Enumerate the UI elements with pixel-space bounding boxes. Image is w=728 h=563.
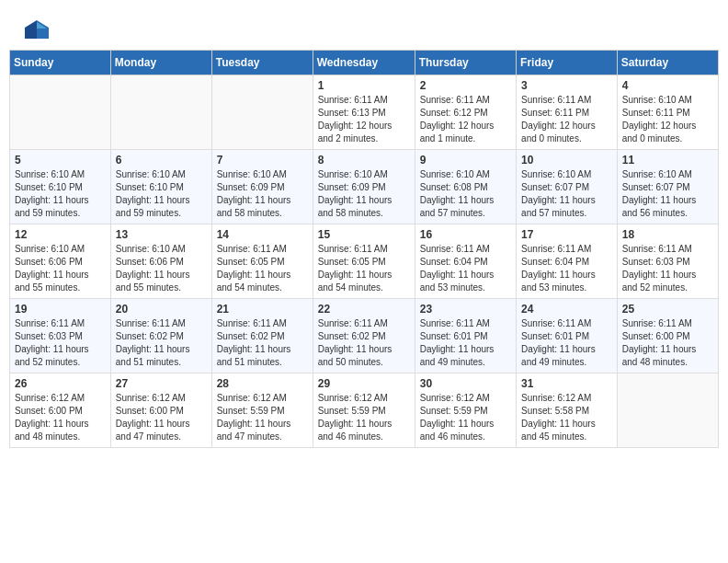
- weekday-friday: Friday: [517, 51, 618, 75]
- logo: [23, 18, 52, 40]
- calendar-cell: 28Sunrise: 6:12 AMSunset: 5:59 PMDayligh…: [211, 373, 313, 448]
- day-number: 3: [521, 79, 612, 92]
- calendar-cell: 15Sunrise: 6:11 AMSunset: 6:05 PMDayligh…: [313, 224, 415, 299]
- day-number: 21: [217, 303, 308, 316]
- calendar-cell: 27Sunrise: 6:12 AMSunset: 6:00 PMDayligh…: [110, 373, 211, 448]
- day-info: Sunrise: 6:12 AMSunset: 5:59 PMDaylight:…: [318, 392, 410, 443]
- calendar-table: SundayMondayTuesdayWednesdayThursdayFrid…: [9, 50, 719, 448]
- day-number: 23: [420, 303, 511, 316]
- weekday-monday: Monday: [110, 51, 211, 75]
- calendar-cell: 25Sunrise: 6:11 AMSunset: 6:00 PMDayligh…: [617, 299, 718, 373]
- day-info: Sunrise: 6:11 AMSunset: 6:03 PMDaylight:…: [15, 317, 106, 369]
- calendar-cell: 20Sunrise: 6:11 AMSunset: 6:02 PMDayligh…: [110, 299, 211, 373]
- day-number: 1: [318, 79, 410, 92]
- day-info: Sunrise: 6:10 AMSunset: 6:09 PMDaylight:…: [217, 168, 308, 220]
- day-info: Sunrise: 6:12 AMSunset: 5:58 PMDaylight:…: [521, 392, 612, 443]
- calendar-week-4: 26Sunrise: 6:12 AMSunset: 6:00 PMDayligh…: [10, 373, 719, 448]
- calendar-cell: [617, 373, 718, 448]
- calendar-cell: [110, 75, 211, 150]
- day-number: 5: [15, 154, 106, 167]
- day-info: Sunrise: 6:10 AMSunset: 6:10 PMDaylight:…: [15, 168, 106, 220]
- calendar-cell: 2Sunrise: 6:11 AMSunset: 6:12 PMDaylight…: [415, 75, 516, 150]
- calendar-cell: [10, 75, 111, 150]
- day-number: 28: [217, 377, 308, 390]
- calendar-cell: 24Sunrise: 6:11 AMSunset: 6:01 PMDayligh…: [517, 299, 618, 373]
- day-info: Sunrise: 6:11 AMSunset: 6:01 PMDaylight:…: [420, 317, 511, 369]
- weekday-tuesday: Tuesday: [211, 51, 313, 75]
- day-number: 24: [521, 303, 612, 316]
- day-number: 30: [420, 377, 511, 390]
- calendar-cell: [211, 75, 313, 150]
- day-number: 12: [15, 228, 106, 241]
- calendar-cell: 11Sunrise: 6:10 AMSunset: 6:07 PMDayligh…: [617, 150, 718, 224]
- calendar-cell: 6Sunrise: 6:10 AMSunset: 6:10 PMDaylight…: [110, 150, 211, 224]
- day-number: 6: [116, 154, 207, 167]
- calendar-cell: 30Sunrise: 6:12 AMSunset: 5:59 PMDayligh…: [415, 373, 516, 448]
- day-number: 17: [521, 228, 612, 241]
- day-number: 27: [116, 377, 207, 390]
- day-number: 10: [521, 154, 612, 167]
- weekday-thursday: Thursday: [415, 51, 516, 75]
- day-number: 22: [318, 303, 410, 316]
- day-info: Sunrise: 6:11 AMSunset: 6:02 PMDaylight:…: [217, 317, 308, 369]
- calendar-cell: 31Sunrise: 6:12 AMSunset: 5:58 PMDayligh…: [517, 373, 618, 448]
- day-info: Sunrise: 6:11 AMSunset: 6:11 PMDaylight:…: [521, 94, 612, 145]
- day-info: Sunrise: 6:11 AMSunset: 6:03 PMDaylight:…: [622, 243, 713, 294]
- day-number: 31: [521, 377, 612, 390]
- day-info: Sunrise: 6:11 AMSunset: 6:04 PMDaylight:…: [420, 243, 511, 294]
- day-info: Sunrise: 6:10 AMSunset: 6:08 PMDaylight:…: [420, 168, 511, 220]
- page-header: [9, 9, 719, 45]
- calendar-cell: 23Sunrise: 6:11 AMSunset: 6:01 PMDayligh…: [415, 299, 516, 373]
- day-info: Sunrise: 6:11 AMSunset: 6:13 PMDaylight:…: [318, 94, 410, 145]
- logo-icon: [23, 18, 51, 40]
- day-info: Sunrise: 6:12 AMSunset: 5:59 PMDaylight:…: [420, 392, 511, 443]
- calendar-cell: 5Sunrise: 6:10 AMSunset: 6:10 PMDaylight…: [10, 150, 111, 224]
- calendar-week-1: 5Sunrise: 6:10 AMSunset: 6:10 PMDaylight…: [10, 150, 719, 224]
- calendar-body: 1Sunrise: 6:11 AMSunset: 6:13 PMDaylight…: [10, 75, 719, 448]
- day-info: Sunrise: 6:10 AMSunset: 6:07 PMDaylight:…: [521, 168, 612, 220]
- day-info: Sunrise: 6:10 AMSunset: 6:06 PMDaylight:…: [116, 243, 207, 294]
- day-number: 18: [622, 228, 713, 241]
- calendar-cell: 1Sunrise: 6:11 AMSunset: 6:13 PMDaylight…: [313, 75, 415, 150]
- svg-marker-0: [37, 20, 49, 39]
- day-info: Sunrise: 6:11 AMSunset: 6:05 PMDaylight:…: [217, 243, 308, 294]
- day-number: 16: [420, 228, 511, 241]
- day-info: Sunrise: 6:10 AMSunset: 6:09 PMDaylight:…: [318, 168, 410, 220]
- day-number: 8: [318, 154, 410, 167]
- day-info: Sunrise: 6:12 AMSunset: 5:59 PMDaylight:…: [217, 392, 308, 443]
- day-number: 11: [622, 154, 713, 167]
- calendar-cell: 16Sunrise: 6:11 AMSunset: 6:04 PMDayligh…: [415, 224, 516, 299]
- svg-marker-1: [25, 20, 37, 39]
- calendar-cell: 9Sunrise: 6:10 AMSunset: 6:08 PMDaylight…: [415, 150, 516, 224]
- day-info: Sunrise: 6:10 AMSunset: 6:07 PMDaylight:…: [622, 168, 713, 220]
- day-info: Sunrise: 6:11 AMSunset: 6:00 PMDaylight:…: [622, 317, 713, 369]
- day-number: 15: [318, 228, 410, 241]
- calendar-cell: 17Sunrise: 6:11 AMSunset: 6:04 PMDayligh…: [517, 224, 618, 299]
- calendar-cell: 4Sunrise: 6:10 AMSunset: 6:11 PMDaylight…: [617, 75, 718, 150]
- day-number: 19: [15, 303, 106, 316]
- day-info: Sunrise: 6:11 AMSunset: 6:05 PMDaylight:…: [318, 243, 410, 294]
- day-info: Sunrise: 6:11 AMSunset: 6:12 PMDaylight:…: [420, 94, 511, 145]
- day-info: Sunrise: 6:12 AMSunset: 6:00 PMDaylight:…: [15, 392, 106, 443]
- calendar-cell: 10Sunrise: 6:10 AMSunset: 6:07 PMDayligh…: [517, 150, 618, 224]
- weekday-wednesday: Wednesday: [313, 51, 415, 75]
- day-number: 7: [217, 154, 308, 167]
- day-number: 29: [318, 377, 410, 390]
- day-info: Sunrise: 6:11 AMSunset: 6:02 PMDaylight:…: [318, 317, 410, 369]
- calendar-cell: 8Sunrise: 6:10 AMSunset: 6:09 PMDaylight…: [313, 150, 415, 224]
- calendar-cell: 29Sunrise: 6:12 AMSunset: 5:59 PMDayligh…: [313, 373, 415, 448]
- day-info: Sunrise: 6:11 AMSunset: 6:04 PMDaylight:…: [521, 243, 612, 294]
- day-info: Sunrise: 6:10 AMSunset: 6:06 PMDaylight:…: [15, 243, 106, 294]
- calendar-cell: 14Sunrise: 6:11 AMSunset: 6:05 PMDayligh…: [211, 224, 313, 299]
- day-number: 2: [420, 79, 511, 92]
- calendar-week-2: 12Sunrise: 6:10 AMSunset: 6:06 PMDayligh…: [10, 224, 719, 299]
- weekday-saturday: Saturday: [617, 51, 718, 75]
- day-number: 25: [622, 303, 713, 316]
- weekday-sunday: Sunday: [10, 51, 111, 75]
- calendar-cell: 3Sunrise: 6:11 AMSunset: 6:11 PMDaylight…: [517, 75, 618, 150]
- calendar-cell: 19Sunrise: 6:11 AMSunset: 6:03 PMDayligh…: [10, 299, 111, 373]
- day-number: 9: [420, 154, 511, 167]
- day-number: 13: [116, 228, 207, 241]
- calendar-cell: 13Sunrise: 6:10 AMSunset: 6:06 PMDayligh…: [110, 224, 211, 299]
- day-number: 26: [15, 377, 106, 390]
